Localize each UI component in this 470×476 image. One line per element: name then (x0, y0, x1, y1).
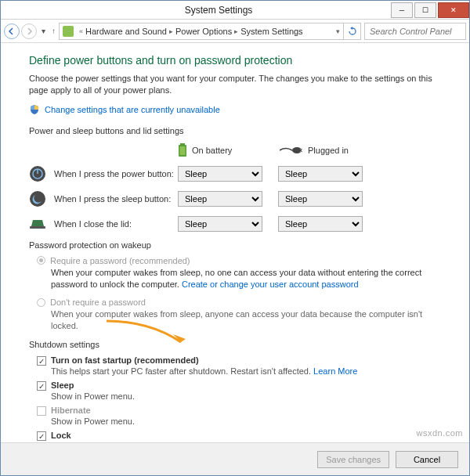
checkbox-label: Turn on fast startup (recommended) (51, 355, 199, 365)
sleep-button-row: When I press the sleep button: Sleep Sle… (29, 190, 441, 207)
watermark: wsxdn.com (416, 428, 463, 438)
column-plugged-label: Plugged in (308, 146, 349, 155)
checkbox-description: Show in Power menu. (51, 416, 441, 426)
minimize-button[interactable]: ─ (391, 2, 413, 18)
fast-startup-checkbox: ✓ Turn on fast startup (recommended) (37, 355, 441, 366)
footer-buttons: Save changes Cancel (1, 442, 469, 475)
maximize-button[interactable]: ☐ (414, 2, 436, 18)
power-button-plugged-select[interactable]: Sleep (278, 166, 363, 182)
chevron-right-icon: ▸ (169, 27, 173, 35)
window-title: System Settings (48, 5, 389, 16)
checkbox-label: Hibernate (51, 406, 91, 415)
section-label: Shutdown settings (29, 340, 441, 349)
forward-button[interactable] (21, 23, 37, 39)
navbar: ▾ ↑ « Hardware and Sound ▸ Power Options… (1, 20, 469, 43)
svg-rect-7 (300, 151, 302, 152)
svg-point-5 (292, 147, 302, 153)
laptop-icon (29, 215, 46, 233)
breadcrumb[interactable]: « Hardware and Sound ▸ Power Options ▸ S… (59, 23, 344, 40)
section-label: Password protection on wakeup (29, 240, 441, 250)
require-password-radio: Require a password (recommended) (37, 256, 441, 265)
chevron-right-icon: ▸ (234, 27, 238, 35)
radio-icon (37, 256, 45, 265)
page-heading: Define power buttons and turn on passwor… (29, 54, 441, 67)
row-label: When I press the sleep button: (54, 194, 178, 204)
save-button[interactable]: Save changes (317, 451, 389, 468)
checkbox-icon: ✓ (37, 356, 46, 366)
account-password-link[interactable]: Create or change your user account passw… (182, 279, 359, 289)
checkbox-description: Show in Power menu. (51, 391, 441, 401)
checkbox-icon (37, 406, 46, 416)
row-label: When I press the power button: (54, 169, 178, 178)
refresh-icon (348, 27, 357, 36)
search-box[interactable] (364, 23, 466, 40)
column-battery-label: On battery (192, 146, 232, 155)
no-password-radio: Don't require a password (37, 298, 441, 307)
radio-label: Don't require a password (50, 298, 146, 307)
power-icon (29, 165, 46, 182)
back-button[interactable] (4, 23, 20, 39)
checkbox-icon: ✓ (37, 381, 46, 391)
svg-rect-12 (30, 226, 45, 229)
content: Define power buttons and turn on passwor… (1, 43, 469, 442)
shield-icon (29, 104, 40, 115)
titlebar: System Settings ─ ☐ ✕ (1, 1, 469, 20)
change-settings-link[interactable]: Change settings that are currently unava… (45, 105, 220, 114)
lid-plugged-select[interactable]: Sleep (278, 216, 363, 232)
radio-label: Require a password (recommended) (50, 256, 190, 265)
arrow-left-icon (8, 27, 16, 35)
lid-battery-select[interactable]: Sleep (178, 216, 262, 232)
checkbox-label: Sleep (51, 380, 74, 390)
sleep-button-battery-select[interactable]: Sleep (178, 191, 262, 207)
refresh-button[interactable] (344, 23, 361, 40)
search-input[interactable] (368, 26, 470, 37)
close-button[interactable]: ✕ (438, 2, 469, 18)
hibernate-checkbox: Hibernate (37, 406, 441, 416)
page-description: Choose the power settings that you want … (29, 73, 441, 96)
lid-row: When I close the lid: Sleep Sleep (29, 215, 441, 233)
row-label: When I close the lid: (54, 219, 178, 229)
power-button-battery-select[interactable]: Sleep (178, 166, 262, 182)
breadcrumb-item[interactable]: Hardware and Sound (85, 27, 167, 36)
breadcrumb-item[interactable]: System Settings (240, 27, 302, 36)
sleep-checkbox: ✓ Sleep (37, 380, 441, 391)
radio-icon (37, 298, 45, 307)
arrow-right-icon (25, 27, 33, 35)
learn-more-link[interactable]: Learn More (313, 366, 357, 376)
power-button-row: When I press the power button: Sleep Sle… (29, 165, 441, 182)
checkbox-description: This helps start your PC faster after sh… (51, 366, 441, 376)
lock-checkbox: ✓ Lock (37, 431, 441, 441)
up-button[interactable]: ↑ (52, 27, 56, 35)
chevron-down-icon[interactable]: ▾ (336, 27, 340, 35)
svg-point-11 (30, 191, 45, 207)
svg-rect-6 (300, 149, 302, 150)
radio-description: When your computer wakes from sleep, any… (51, 308, 441, 332)
breadcrumb-item[interactable]: Power Options (175, 27, 232, 36)
svg-rect-2 (180, 143, 185, 145)
sleep-button-plugged-select[interactable]: Sleep (278, 191, 363, 207)
chevron-down-icon[interactable]: ▾ (42, 27, 45, 35)
svg-rect-4 (180, 146, 186, 155)
plug-icon (280, 145, 303, 156)
battery-icon (178, 143, 187, 157)
chevron-right-icon: « (79, 27, 83, 35)
sleep-icon (29, 190, 46, 207)
radio-description: When your computer wakes from sleep, no … (51, 267, 441, 290)
cancel-button[interactable]: Cancel (396, 451, 458, 468)
checkbox-icon: ✓ (37, 431, 46, 441)
control-panel-icon (63, 26, 74, 37)
checkbox-label: Lock (51, 431, 71, 440)
section-label: Power and sleep buttons and lid settings (29, 126, 441, 135)
